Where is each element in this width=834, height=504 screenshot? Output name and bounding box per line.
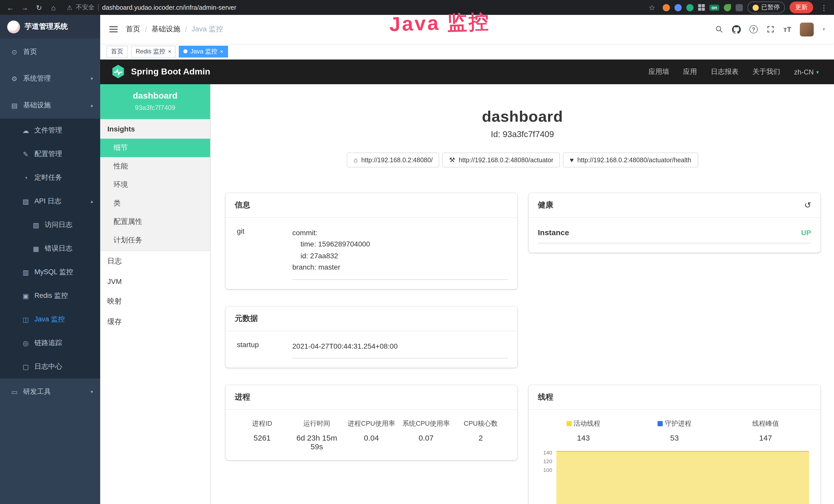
sba-brand[interactable]: Spring Boot Admin [110,64,211,79]
back-icon[interactable]: ← [4,1,17,14]
link-label: http://192.168.0.2:48080/actuator/health [577,156,691,164]
process-table: 进程ID 5261 运行时间 6d 23h 15m 59s [235,412,508,451]
menu-item-java-monitor[interactable]: ◫ Java 监控 [0,307,100,331]
active-threads-area [556,451,809,504]
actuator-url-link[interactable]: ⚒ http://192.168.0.2:48080/actuator [443,153,560,167]
breadcrumb-infrastructure[interactable]: 基础设施 [152,25,180,34]
caret-down-icon[interactable]: ▾ [823,27,825,32]
logo-image [7,20,20,33]
sba-nav-wallboard[interactable]: 应用墙 [648,67,669,76]
menu-item-redis-monitor[interactable]: ▣ Redis 监控 [0,284,100,307]
menu-label: MySQL 监控 [35,268,73,277]
reload-icon[interactable]: ↻ [33,1,45,14]
menu-label: 日志中心 [35,362,62,371]
home-icon[interactable]: ⌂ [47,1,60,14]
sba-sidebar-item-metrics[interactable]: 性能 [100,157,210,176]
menu-item-file-management[interactable]: ☁ 文件管理 [0,119,100,142]
threads-card: 线程 活动线程 143 [529,385,820,504]
threads-legend: 活动线程 143 守护进程 [538,412,811,442]
menu-item-link-tracing[interactable]: ◎ 链路追踪 [0,331,100,355]
sba-logo-icon [110,64,126,79]
menu-item-mysql-monitor[interactable]: ▥ MySQL 监控 [0,260,100,284]
help-icon[interactable]: ? [749,25,758,33]
apps-grid-extension-icon[interactable] [698,4,705,11]
sba-sidebar-item-details[interactable]: 细节 [100,139,210,157]
menu-item-error-logs[interactable]: ▦ 错误日志 [0,237,100,260]
sba-sidebar-item-config-properties[interactable]: 配置属性 [100,212,210,231]
update-button[interactable]: 更新 [790,2,813,13]
sba-sidebar-item-scheduled-tasks[interactable]: 计划任务 [100,231,210,250]
breadcrumb: 首页 / 基础设施 / Java 监控 [126,25,223,34]
browser-menu-icon[interactable]: ⋮ [818,1,830,14]
service-url-link[interactable]: ⌂ http://192.168.0.2:48080/ [347,153,439,167]
menu-item-api-logs[interactable]: ▧ API 日志 ▴ [0,189,100,213]
health-url-link[interactable]: ♥ http://192.168.0.2:48080/actuator/heal… [563,153,698,167]
sba-nav-journal[interactable]: 日志报表 [711,67,739,76]
sba-language-select[interactable]: zh-CN ▾ [794,68,819,76]
tab-redis-monitor[interactable]: Redis 监控 × [131,45,176,57]
smiley-icon [752,4,759,10]
process-card: 进程 进程ID 5261 运行时间 [225,385,517,460]
on-badge-extension-icon[interactable]: on [709,4,719,10]
navbar-actions: ? тT ▾ [715,22,825,36]
instance-id: 93a3fc7f7409 [104,104,206,111]
infrastructure-icon: ▤ [10,101,19,109]
hamburger-icon[interactable] [109,26,118,32]
sba-sidebar-item-classes[interactable]: 类 [100,194,210,212]
green-extension-icon[interactable] [686,4,694,11]
search-icon[interactable] [715,25,723,33]
sba-sidebar-item-environment[interactable]: 环境 [100,176,210,194]
blue-extension-icon[interactable] [675,4,682,11]
info-value: commit: time: 1596289704000 id: 27aa832 … [292,227,508,280]
sba-sidebar: dashboard 93a3fc7f7409 Insights 细节 性能 环境… [100,84,211,504]
sba-sidebar-item-jvm[interactable]: JVM [100,272,210,291]
github-icon[interactable] [732,25,741,33]
caret-down-icon: ▾ [816,69,819,75]
menu-item-access-logs[interactable]: ▨ 访问日志 [0,213,100,237]
active-dot-icon [184,49,188,53]
sba-content: dashboard Id: 93a3fc7f7409 ⌂ http://192.… [211,84,834,504]
app-logo[interactable]: 芋道管理系统 [0,15,100,39]
instance-header[interactable]: dashboard 93a3fc7f7409 [100,84,210,119]
threads-chart: 140 120 100 [538,449,811,504]
card-title: 元数据 [235,314,258,323]
menu-label: 基础设施 [23,101,51,110]
sba-sidebar-item-caches[interactable]: 缓存 [100,312,210,332]
menu-item-dev-tools[interactable]: ▭ 研发工具 ▾ [0,379,100,405]
menu-label: Redis 监控 [35,291,68,300]
paused-profile-badge[interactable]: 已暂停 [747,2,785,13]
address-bar[interactable]: ⚠ 不安全 dashboard.yudao.iocoder.cn/infra/a… [62,1,644,14]
column-header: 运行时间 [289,419,344,428]
orange-extension-icon[interactable] [663,4,670,11]
sba-nav-applications[interactable]: 应用 [683,67,697,76]
sba-sidebar-group-insights[interactable]: Insights [100,119,210,139]
bookmark-star-icon[interactable]: ☆ [646,1,658,14]
history-icon[interactable]: ↺ [804,200,811,210]
sba-sidebar-item-logs[interactable]: 日志 [100,251,210,272]
menu-item-home[interactable]: ⊙ 首页 [0,39,100,65]
sba-nav-about[interactable]: 关于我们 [752,67,780,76]
breadcrumb-separator: / [145,25,147,33]
git-time-line: time: 1596289704000 [292,238,508,250]
close-icon[interactable]: × [168,48,171,54]
metadata-value: 2021-04-27T00:44:31.254+08:00 [292,340,508,352]
menu-label: 配置管理 [35,150,62,159]
puzzle-extension-icon[interactable] [736,4,743,11]
leaf-extension-icon[interactable] [724,4,731,11]
menu-item-infrastructure[interactable]: ▤ 基础设施 ▴ [0,92,100,119]
menu-item-config-management[interactable]: ✎ 配置管理 [0,142,100,166]
close-icon[interactable]: × [220,48,223,54]
user-avatar[interactable] [800,22,814,36]
tab-home[interactable]: 首页 [106,45,128,57]
menu-item-system-management[interactable]: ⚙ 系统管理 ▾ [0,65,100,92]
fullscreen-icon[interactable] [766,25,775,33]
menu-item-scheduled-jobs[interactable]: ◔ 定时任务 [0,166,100,189]
forward-icon[interactable]: → [19,1,31,14]
link-label: http://192.168.0.2:48080/ [361,156,433,164]
tab-java-monitor[interactable]: Java 监控 × [179,45,228,57]
font-size-icon[interactable]: тT [784,25,791,33]
menu-label: 访问日志 [45,220,72,230]
sba-sidebar-item-mappings[interactable]: 映射 [100,291,210,312]
menu-item-log-center[interactable]: ▢ 日志中心 [0,355,100,379]
breadcrumb-home[interactable]: 首页 [126,25,140,34]
